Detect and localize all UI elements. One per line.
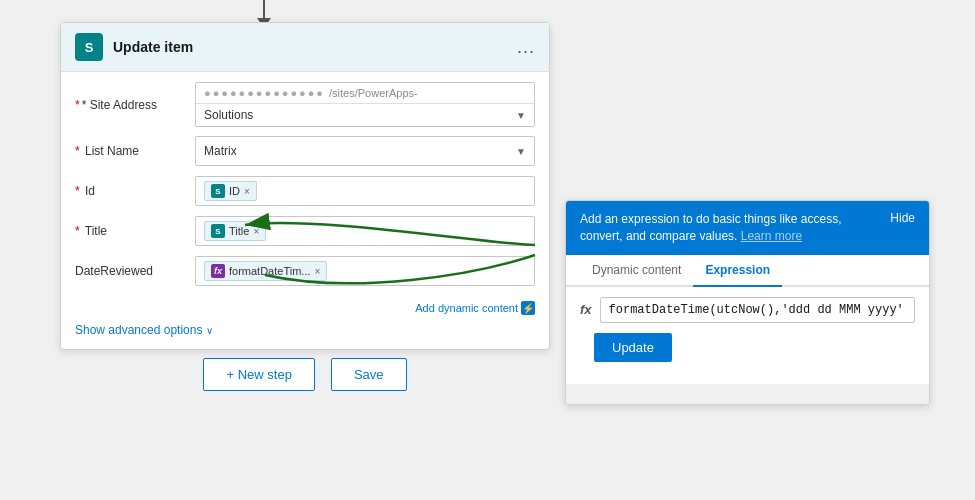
sp-token-icon: S [211, 184, 225, 198]
id-row: * Id S ID × [75, 175, 535, 207]
site-address-suffix: /sites/PowerApps- [329, 87, 418, 99]
title-row: * Title S Title × [75, 215, 535, 247]
expression-input-row: fx [566, 287, 929, 333]
expression-panel: Add an expression to do basic things lik… [565, 200, 930, 405]
id-field[interactable]: S ID × [195, 176, 535, 206]
expression-panel-header-text: Add an expression to do basic things lik… [580, 211, 882, 245]
card-header: S Update item ... [61, 23, 549, 72]
list-name-label: * List Name [75, 144, 195, 158]
id-token: S ID × [204, 181, 257, 201]
site-address-text: ●●●●●●●●●●●●●● [204, 87, 325, 99]
date-reviewed-token-label: formatDateTim... [229, 265, 311, 277]
title-token-remove[interactable]: × [253, 226, 259, 237]
add-dynamic-row: Add dynamic content ⚡ [61, 301, 549, 317]
tab-dynamic-content[interactable]: Dynamic content [580, 255, 693, 287]
show-advanced-label: Show advanced options [75, 323, 202, 337]
expression-input[interactable] [600, 297, 915, 323]
fx-label: fx [580, 302, 592, 317]
bottom-buttons: + New step Save [60, 348, 550, 401]
chevron-down-icon-advanced: ∨ [206, 325, 213, 336]
title-field[interactable]: S Title × [195, 216, 535, 246]
chevron-down-icon: ▼ [516, 110, 526, 121]
add-dynamic-content-button[interactable]: Add dynamic content ⚡ [415, 301, 535, 315]
list-name-dropdown[interactable]: Matrix ▼ [195, 136, 535, 166]
sharepoint-icon: S [75, 33, 103, 61]
expression-panel-header: Add an expression to do basic things lik… [566, 201, 929, 255]
site-address-dropdown[interactable]: Solutions ▼ [196, 104, 534, 126]
card-menu-button[interactable]: ... [517, 37, 535, 58]
form-body: ** Site Address ●●●●●●●●●●●●●● /sites/Po… [61, 72, 549, 301]
expression-header-desc: Add an expression to do basic things lik… [580, 212, 841, 243]
id-label: * Id [75, 184, 195, 198]
advanced-row: Show advanced options ∨ [61, 317, 549, 349]
date-reviewed-field[interactable]: fx formatDateTim... × [195, 256, 535, 286]
date-reviewed-token: fx formatDateTim... × [204, 261, 327, 281]
new-step-button[interactable]: + New step [203, 358, 314, 391]
add-dynamic-label: Add dynamic content [415, 302, 518, 314]
tab-expression[interactable]: Expression [693, 255, 782, 287]
sp-token-icon-title: S [211, 224, 225, 238]
hide-button[interactable]: Hide [890, 211, 915, 225]
date-reviewed-token-remove[interactable]: × [315, 266, 321, 277]
show-advanced-button[interactable]: Show advanced options ∨ [75, 323, 535, 337]
expression-tabs: Dynamic content Expression [566, 255, 929, 287]
list-name-value: Matrix [204, 144, 237, 158]
site-address-field: ●●●●●●●●●●●●●● /sites/PowerApps- Solutio… [195, 82, 535, 127]
update-button[interactable]: Update [594, 333, 672, 362]
list-name-row: * List Name Matrix ▼ [75, 135, 535, 167]
chevron-down-icon: ▼ [516, 146, 526, 157]
card-title: Update item [113, 39, 517, 55]
title-token-label: Title [229, 225, 249, 237]
date-reviewed-row: DateReviewed fx formatDateTim... × [75, 255, 535, 287]
id-token-label: ID [229, 185, 240, 197]
save-button[interactable]: Save [331, 358, 407, 391]
update-item-card: S Update item ... ** Site Address ●●●●●●… [60, 22, 550, 350]
date-reviewed-label: DateReviewed [75, 264, 195, 278]
title-label: * Title [75, 224, 195, 238]
site-address-row: ** Site Address ●●●●●●●●●●●●●● /sites/Po… [75, 82, 535, 127]
add-dynamic-icon: ⚡ [521, 301, 535, 315]
learn-more-link[interactable]: Learn more [741, 229, 802, 243]
site-address-label: ** Site Address [75, 98, 195, 112]
title-token: S Title × [204, 221, 266, 241]
fx-token-icon: fx [211, 264, 225, 278]
expression-panel-bottom [566, 384, 929, 404]
id-token-remove[interactable]: × [244, 186, 250, 197]
